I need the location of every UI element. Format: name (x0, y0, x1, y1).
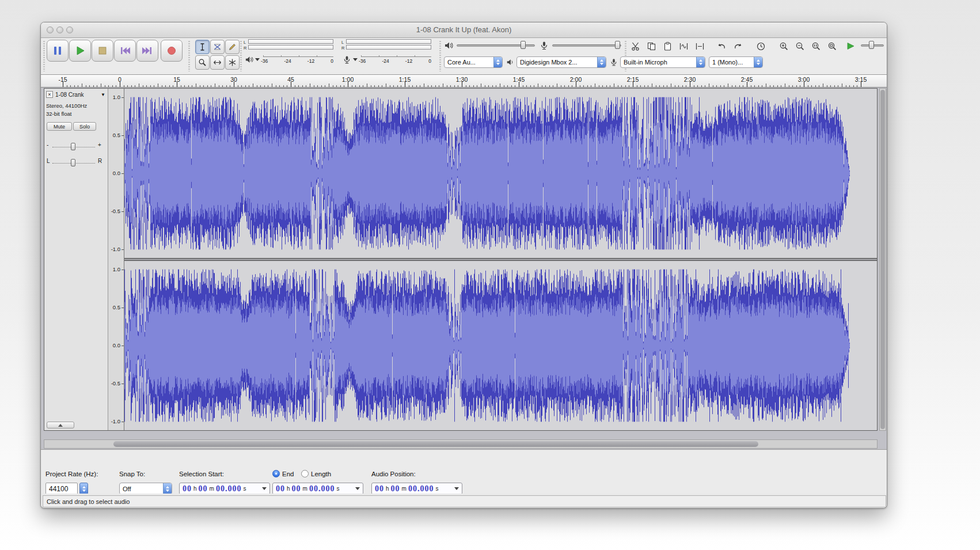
play-speed-thumb[interactable] (869, 41, 874, 49)
ruler-tick (116, 85, 116, 88)
input-channels-select[interactable]: 1 (Mono)... (709, 56, 763, 68)
record-button[interactable] (161, 40, 183, 62)
meter-menu-arrow-icon[interactable] (353, 58, 358, 61)
waveform-channel-right[interactable] (124, 261, 877, 430)
toolbar-grip[interactable] (188, 41, 190, 71)
timer-record-button[interactable] (755, 40, 766, 52)
project-rate-stepper[interactable] (79, 483, 88, 495)
amplitude-ruler[interactable]: 1.00.50.0-0.5-1.01.00.50.0-0.5-1.0 (108, 89, 124, 430)
silence-button[interactable] (694, 40, 705, 52)
copy-button[interactable] (645, 40, 657, 52)
toolbar-grip[interactable] (43, 41, 45, 71)
dropdown-arrow-icon[interactable] (262, 487, 267, 490)
zoom-in-button[interactable] (778, 40, 789, 52)
recording-meter-right-bar (346, 45, 431, 50)
pause-button[interactable] (47, 40, 69, 62)
audacity-window: 1-08 Crank It Up (feat. Akon) (40, 22, 887, 509)
pan-slider-thumb[interactable] (71, 159, 75, 166)
play-at-speed-button[interactable] (845, 40, 856, 52)
amplitude-label: 0.0 (109, 342, 120, 348)
end-radio[interactable] (272, 470, 280, 477)
ruler-tick (526, 85, 527, 88)
track-collapse-button[interactable] (47, 422, 74, 428)
ruler-tick (188, 85, 189, 88)
paste-button[interactable] (662, 40, 673, 52)
fit-project-button[interactable] (826, 40, 838, 52)
fit-selection-button[interactable] (810, 40, 822, 52)
input-device-select[interactable]: Built-in Microph (620, 56, 705, 68)
redo-button[interactable] (732, 40, 743, 52)
audio-host-select[interactable]: Core Au... (444, 56, 503, 68)
ruler-label: 3:00 (798, 76, 810, 83)
play-button[interactable] (69, 40, 91, 62)
ruler-tick (663, 85, 664, 88)
ruler-tick (249, 85, 249, 88)
toolbar-grip[interactable] (240, 41, 242, 71)
amplitude-tick (121, 308, 124, 308)
ruler-tick (549, 85, 550, 88)
input-device-value: Built-in Microph (621, 59, 696, 66)
dropdown-arrow-icon[interactable] (355, 487, 360, 490)
solo-button[interactable]: Solo (73, 122, 96, 131)
length-radio-label[interactable]: Length (311, 471, 331, 477)
ruler-tick (815, 85, 816, 88)
output-volume-thumb[interactable] (521, 41, 526, 49)
draw-tool-button[interactable] (225, 40, 240, 54)
ruler-tick (359, 85, 360, 88)
selection-start-field[interactable]: 00h 00m 00.000s (179, 483, 270, 495)
play-at-speed-icon (846, 41, 855, 51)
ruler-tick (173, 85, 173, 88)
amplitude-tick (121, 384, 124, 384)
track-close-button[interactable]: × (46, 91, 53, 98)
input-volume-thumb[interactable] (615, 41, 620, 49)
envelope-tool-button[interactable] (210, 40, 225, 54)
recording-meter[interactable]: L R -36-24-120 (341, 39, 434, 73)
playback-meter[interactable]: L R -36-24-120 (244, 39, 336, 73)
length-radio[interactable] (301, 470, 309, 477)
waveform-channel-left[interactable] (124, 89, 877, 258)
multi-tool-button[interactable] (225, 55, 240, 70)
gain-slider-thumb[interactable] (71, 143, 75, 150)
ruler-tick (279, 85, 280, 88)
ruler-tick (458, 85, 458, 88)
trim-button[interactable] (678, 40, 689, 52)
selection-tool-button[interactable] (195, 40, 210, 54)
ruler-tick (169, 85, 170, 88)
ruler-tick (67, 85, 67, 88)
vertical-scrollbar[interactable] (879, 88, 886, 431)
track-menu-arrow-icon[interactable]: ▼ (101, 92, 105, 97)
input-volume-slider[interactable] (552, 44, 621, 47)
skip-to-start-button[interactable] (114, 40, 136, 62)
title-bar[interactable]: 1-08 Crank It Up (feat. Akon) (41, 22, 887, 38)
time-shift-tool-button[interactable] (210, 55, 225, 70)
stop-button[interactable] (92, 40, 113, 62)
audio-position-field[interactable]: 00h 00m 00.000s (371, 483, 462, 495)
cut-button[interactable] (629, 40, 641, 52)
track-name[interactable]: 1-08 Crank (55, 92, 83, 98)
timeline-ruler[interactable]: -1501530451:001:151:301:452:002:152:302:… (41, 75, 887, 88)
ruler-tick (602, 85, 603, 88)
ruler-tick (245, 85, 246, 88)
dropdown-arrow-icon[interactable] (454, 487, 459, 490)
end-radio-label[interactable]: End (282, 471, 294, 477)
horizontal-scrollbar-thumb[interactable] (113, 441, 758, 447)
snap-to-select[interactable]: Off (119, 483, 172, 495)
output-device-select[interactable]: Digidesign Mbox 2... (516, 56, 606, 68)
ruler-tick (409, 85, 409, 88)
ruler-tick (606, 85, 607, 88)
vertical-scrollbar-thumb[interactable] (880, 90, 885, 429)
toolbar-grip[interactable] (439, 41, 441, 71)
skip-to-end-button[interactable] (136, 40, 158, 62)
audio-track: × 1-08 Crank ▼ Stereo, 44100Hz 32-bit fl… (44, 88, 878, 431)
meter-menu-arrow-icon[interactable] (255, 58, 260, 61)
horizontal-scrollbar[interactable] (44, 439, 878, 449)
undo-button[interactable] (716, 40, 727, 52)
ruler-tick (754, 85, 755, 88)
project-rate-input[interactable]: 44100 (45, 483, 78, 495)
track-bit-depth: 32-bit float (46, 111, 71, 117)
mute-button[interactable]: Mute (47, 122, 72, 131)
zoom-tool-button[interactable] (195, 55, 210, 70)
selection-end-field[interactable]: 00h 00m 00.000s (272, 483, 363, 495)
microphone-icon (540, 41, 549, 50)
zoom-out-button[interactable] (794, 40, 806, 52)
